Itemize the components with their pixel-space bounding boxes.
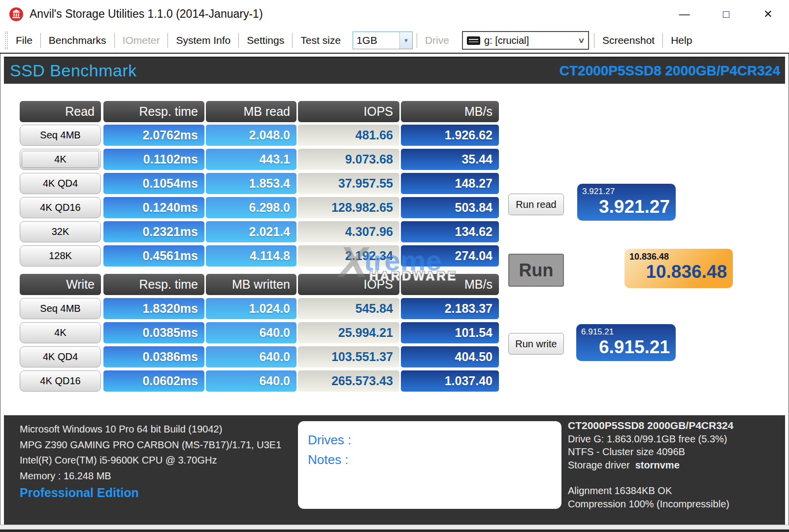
read-score-box: 3.921.27 3.921.27 bbox=[577, 184, 676, 221]
drive-label: Drive bbox=[417, 34, 457, 46]
mb-written-value: 640.0 bbox=[206, 346, 296, 367]
read-test-button[interactable]: 128K bbox=[20, 245, 101, 266]
notes-label: Notes : bbox=[308, 450, 561, 469]
resp-time-value: 1.8320ms bbox=[103, 298, 204, 319]
read-test-button[interactable]: 4K QD16 bbox=[20, 197, 101, 218]
total-score-corner: 10.836.48 bbox=[629, 252, 727, 262]
motherboard-info: MPG Z390 GAMING PRO CARBON (MS-7B17)/1.7… bbox=[20, 437, 281, 453]
spacer bbox=[568, 471, 733, 484]
iops-value: 545.84 bbox=[298, 298, 399, 319]
read-header-row: Read Resp. time MB read IOPS MB/s bbox=[0, 101, 789, 122]
footer-panel: Microsoft Windows 10 Pro 64 bit Build (1… bbox=[4, 415, 785, 525]
read-test-button[interactable]: 4K QD4 bbox=[20, 173, 101, 194]
total-score-box: 10.836.48 10.836.48 bbox=[625, 249, 733, 288]
menu-benchmarks[interactable]: Benchmarks bbox=[41, 34, 114, 46]
write-score-corner: 6.915.21 bbox=[581, 327, 670, 337]
write-score-box: 6.915.21 6.915.21 bbox=[576, 324, 676, 361]
resp-time-value: 0.2321ms bbox=[103, 221, 204, 242]
drive-select[interactable]: g: [crucial] ∨ bbox=[462, 31, 589, 50]
mb-read-col-header: MB read bbox=[206, 101, 296, 122]
mbs-col-header: MB/s bbox=[401, 274, 499, 295]
read-test-button[interactable]: 32K bbox=[20, 221, 101, 242]
table-row: 32K 0.2321ms 2.021.4 4.307.96 134.62 bbox=[0, 221, 789, 242]
mb-written-value: 640.0 bbox=[206, 370, 296, 392]
mb-read-value: 1.853.4 bbox=[206, 173, 296, 194]
maximize-button[interactable]: □ bbox=[705, 0, 747, 28]
iops-value: 103.551.37 bbox=[298, 346, 399, 367]
menu-system-info[interactable]: System Info bbox=[168, 34, 238, 46]
menu-help[interactable]: Help bbox=[663, 34, 700, 46]
page-title: SSD Benchmark bbox=[10, 61, 137, 80]
read-test-button[interactable]: 4K bbox=[20, 149, 101, 170]
storage-driver-label: Storage driver bbox=[568, 460, 630, 470]
run-write-button[interactable]: Run write bbox=[508, 333, 564, 355]
write-test-button[interactable]: Seq 4MB bbox=[20, 298, 101, 319]
os-info: Microsoft Windows 10 Pro 64 bit Build (1… bbox=[20, 422, 281, 437]
mbs-value: 1.926.62 bbox=[401, 125, 499, 146]
menu-bar: File Benchmarks IOmeter System Info Sett… bbox=[0, 28, 789, 54]
mbs-value: 404.50 bbox=[401, 346, 499, 367]
iops-value: 25.994.21 bbox=[298, 322, 399, 343]
iops-value: 37.957.55 bbox=[298, 173, 399, 194]
run-read-button[interactable]: Run read bbox=[508, 194, 564, 215]
write-test-button[interactable]: 4K bbox=[20, 322, 101, 343]
mbs-value: 2.183.37 bbox=[401, 298, 499, 319]
read-score-corner: 3.921.27 bbox=[582, 187, 670, 197]
minimize-button[interactable]: — bbox=[663, 0, 705, 28]
resp-time-value: 0.0385ms bbox=[103, 322, 204, 343]
menu-settings[interactable]: Settings bbox=[239, 34, 292, 46]
system-info-block: Microsoft Windows 10 Pro 64 bit Build (1… bbox=[20, 422, 281, 484]
run-button[interactable]: Run bbox=[508, 254, 564, 287]
close-button[interactable]: ✕ bbox=[747, 0, 789, 28]
iops-value: 481.66 bbox=[298, 125, 399, 146]
iops-col-header: IOPS bbox=[298, 274, 399, 295]
mb-written-col-header: MB written bbox=[206, 274, 296, 295]
mbs-value: 503.84 bbox=[401, 197, 499, 218]
chevron-down-icon[interactable]: ▼ bbox=[399, 32, 412, 49]
mb-read-value: 6.298.0 bbox=[206, 197, 296, 218]
iops-value: 265.573.43 bbox=[298, 370, 399, 392]
mb-read-value: 2.021.4 bbox=[206, 221, 296, 242]
mb-read-value: 4.114.8 bbox=[206, 245, 296, 266]
write-col-header: Write bbox=[20, 274, 101, 295]
total-score-value: 10.836.48 bbox=[629, 262, 727, 282]
memory-info: Memory : 16.248 MB bbox=[20, 468, 281, 484]
table-row: 4K 0.1102ms 443.1 9.073.68 35.44 bbox=[0, 149, 789, 170]
device-name: CT2000P5SSD8 2000GB/P4CR324 bbox=[559, 63, 780, 79]
drives-notes-box[interactable]: Drives : Notes : bbox=[298, 421, 561, 509]
resp-time-value: 0.1054ms bbox=[103, 173, 204, 194]
drive-info-block: CT2000P5SSD8 2000GB/P4CR324 Drive G: 1.8… bbox=[568, 419, 733, 510]
filesystem-info: NTFS - Cluster size 4096B bbox=[568, 445, 733, 459]
iops-value: 4.307.96 bbox=[298, 221, 399, 242]
benchmark-header: SSD Benchmark CT2000P5SSD8 2000GB/P4CR32… bbox=[4, 57, 785, 84]
storage-driver-line: Storage driver stornvme bbox=[568, 459, 733, 472]
app-bank-icon bbox=[9, 7, 24, 22]
chevron-down-icon: ∨ bbox=[578, 36, 585, 45]
mbs-value: 35.44 bbox=[401, 149, 499, 170]
compression-info: Compression 100% (Incompressible) bbox=[568, 498, 733, 511]
test-size-value: 1GB bbox=[353, 34, 399, 46]
menu-file[interactable]: File bbox=[8, 34, 40, 46]
write-test-button[interactable]: 4K QD4 bbox=[20, 346, 101, 367]
read-test-button[interactable]: Seq 4MB bbox=[20, 125, 101, 146]
cpu-info: Intel(R) Core(TM) i5-9600K CPU @ 3.70GHz bbox=[20, 453, 281, 468]
mbs-value: 1.037.40 bbox=[401, 370, 499, 392]
statusbar-strip bbox=[0, 525, 789, 530]
read-score-value: 3.921.27 bbox=[582, 197, 670, 217]
resp-time-value: 0.0602ms bbox=[103, 370, 204, 392]
window-title: Anvil's Storage Utilities 1.1.0 (2014-Ja… bbox=[30, 7, 263, 21]
edition-label: Professional Edition bbox=[20, 486, 139, 500]
mb-written-value: 1.024.0 bbox=[206, 298, 296, 319]
drive-free-space: Drive G: 1.863.0/99.1GB free (5.3%) bbox=[568, 432, 733, 446]
test-size-select[interactable]: 1GB ▼ bbox=[353, 32, 413, 49]
table-row: 4K QD16 0.0602ms 640.0 265.573.43 1.037.… bbox=[0, 370, 789, 392]
mb-read-value: 2.048.0 bbox=[206, 125, 296, 146]
drives-label: Drives : bbox=[308, 430, 561, 450]
iops-col-header: IOPS bbox=[298, 101, 399, 122]
mbs-value: 274.04 bbox=[401, 245, 499, 266]
menu-iometer: IOmeter bbox=[115, 34, 168, 46]
mbs-col-header: MB/s bbox=[401, 101, 499, 122]
mbs-value: 148.27 bbox=[401, 173, 499, 194]
write-test-button[interactable]: 4K QD16 bbox=[20, 370, 101, 392]
menu-screenshot[interactable]: Screenshot bbox=[594, 34, 662, 46]
